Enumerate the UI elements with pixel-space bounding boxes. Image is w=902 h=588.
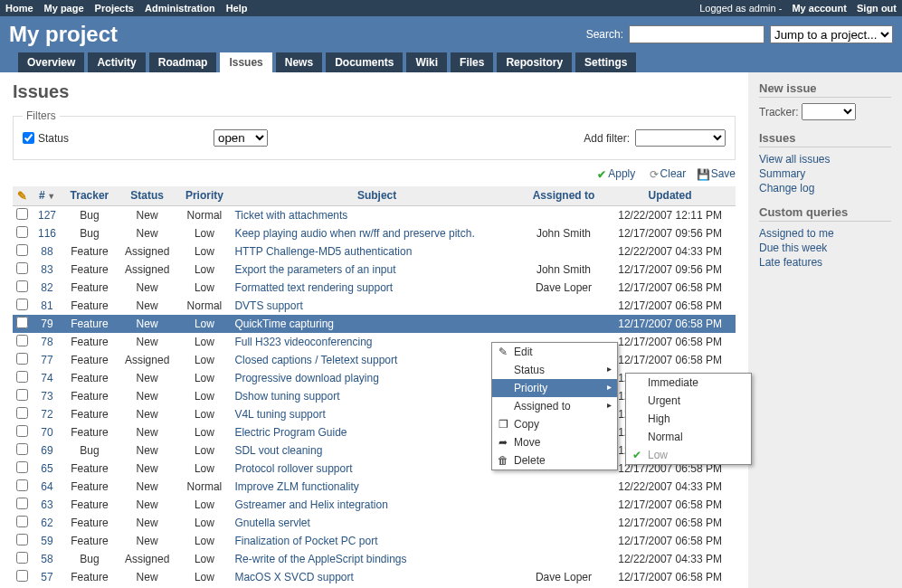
apply-link[interactable]: ✔Apply: [593, 167, 635, 180]
row-checkbox[interactable]: [16, 534, 28, 545]
issue-subject[interactable]: Formatted text rendering support: [234, 281, 393, 294]
issue-id[interactable]: 73: [41, 390, 52, 403]
issue-subject[interactable]: Gstreamer and Helix integration: [234, 498, 387, 511]
issue-id[interactable]: 64: [41, 480, 52, 493]
issue-id[interactable]: 88: [41, 245, 52, 258]
tab-settings[interactable]: Settings: [575, 52, 636, 72]
row-checkbox[interactable]: [16, 262, 28, 274]
issue-id[interactable]: 79: [41, 318, 52, 330]
col-updated[interactable]: Updated: [649, 189, 692, 202]
table-row[interactable]: 88FeatureAssignedLowHTTP Challenge-MD5 a…: [13, 242, 736, 261]
issue-id[interactable]: 62: [41, 517, 52, 529]
row-checkbox[interactable]: [16, 407, 28, 419]
table-row[interactable]: 58BugAssignedLowRe-write of the AppleScr…: [13, 550, 736, 568]
issue-subject[interactable]: Dshow tuning support: [234, 390, 339, 403]
table-row[interactable]: 83FeatureAssignedLowExport the parameter…: [13, 261, 736, 279]
issue-id[interactable]: 82: [41, 281, 52, 294]
table-row[interactable]: 79FeatureNewLowQuickTime capturing12/17/…: [13, 315, 736, 333]
tab-roadmap[interactable]: Roadmap: [149, 52, 217, 72]
tracker-select[interactable]: [802, 103, 856, 120]
sidebar-link[interactable]: Due this week: [759, 242, 891, 254]
row-checkbox[interactable]: [16, 479, 28, 491]
issue-id[interactable]: 74: [41, 372, 52, 384]
issue-subject[interactable]: Protocol rollover support: [234, 462, 352, 475]
table-row[interactable]: 59FeatureNewLowFinalization of Pocket PC…: [13, 532, 736, 550]
tab-documents[interactable]: Documents: [326, 52, 403, 72]
row-checkbox[interactable]: [16, 570, 28, 582]
sidebar-link[interactable]: Assigned to me: [759, 227, 891, 240]
sign-out-link[interactable]: Sign out: [857, 3, 897, 14]
menu-edit[interactable]: ✎Edit: [492, 343, 617, 361]
menu-move[interactable]: ➦Move: [492, 433, 617, 451]
issue-id[interactable]: 59: [41, 535, 52, 547]
top-help[interactable]: Help: [226, 3, 248, 14]
issue-subject[interactable]: Full H323 videoconferencing: [234, 336, 372, 348]
table-row[interactable]: 82FeatureNewLowFormatted text rendering …: [13, 279, 736, 297]
tab-files[interactable]: Files: [451, 52, 493, 72]
menu-status[interactable]: Status: [492, 361, 617, 379]
row-checkbox[interactable]: [16, 353, 28, 365]
tab-overview[interactable]: Overview: [18, 52, 84, 72]
issue-subject[interactable]: Progressive download playing: [234, 372, 378, 384]
status-checkbox[interactable]: [23, 132, 34, 144]
status-filter[interactable]: Status: [23, 132, 69, 145]
issue-id[interactable]: 58: [41, 553, 52, 565]
issue-id[interactable]: 70: [41, 426, 52, 439]
submenu-normal[interactable]: Normal: [626, 428, 751, 446]
top-administration[interactable]: Administration: [145, 3, 215, 14]
table-row[interactable]: 116BugNewLowKeep playing audio when rw/f…: [13, 224, 736, 242]
row-checkbox[interactable]: [16, 226, 28, 238]
sidebar-link[interactable]: Change log: [759, 182, 891, 194]
row-checkbox[interactable]: [16, 299, 28, 310]
col-id[interactable]: #: [39, 189, 55, 202]
status-select[interactable]: open: [214, 129, 268, 147]
row-checkbox[interactable]: [16, 335, 28, 346]
menu-copy[interactable]: ❐Copy: [492, 415, 617, 433]
search-input[interactable]: [629, 25, 764, 43]
issue-id[interactable]: 81: [41, 299, 52, 312]
issue-id[interactable]: 83: [41, 263, 52, 276]
menu-priority[interactable]: Priority: [492, 379, 617, 397]
row-checkbox[interactable]: [16, 461, 28, 473]
tab-repository[interactable]: Repository: [497, 52, 572, 72]
issue-subject[interactable]: Improve ZLM functionality: [234, 480, 358, 493]
col-status[interactable]: Status: [130, 189, 164, 202]
issue-subject[interactable]: QuickTime capturing: [234, 318, 334, 330]
row-checkbox[interactable]: [16, 516, 28, 527]
row-checkbox[interactable]: [16, 389, 28, 401]
tab-activity[interactable]: Activity: [88, 52, 145, 72]
issue-id[interactable]: 116: [38, 227, 56, 240]
issue-subject[interactable]: V4L tuning support: [234, 408, 325, 421]
save-link[interactable]: 💾Save: [697, 167, 736, 180]
table-row[interactable]: 77FeatureAssignedLowClosed captions / Te…: [13, 351, 736, 369]
issue-subject[interactable]: Gnutella servlet: [234, 517, 309, 529]
row-checkbox[interactable]: [16, 371, 28, 383]
table-row[interactable]: 64FeatureNewNormalImprove ZLM functional…: [13, 478, 736, 496]
submenu-urgent[interactable]: Urgent: [626, 392, 751, 410]
row-checkbox[interactable]: [16, 552, 28, 564]
menu-delete[interactable]: 🗑Delete: [492, 451, 617, 469]
sidebar-link[interactable]: Late features: [759, 256, 891, 269]
pencil-icon[interactable]: ✎: [17, 189, 27, 203]
issue-subject[interactable]: Keep playing audio when rw/ff and preser…: [234, 227, 474, 240]
issue-id[interactable]: 63: [41, 498, 52, 511]
submenu-high[interactable]: High: [626, 410, 751, 428]
col-tracker[interactable]: Tracker: [71, 189, 109, 202]
table-row[interactable]: 57FeatureNewLowMacOS X SVCD supportDave …: [13, 568, 736, 586]
top-home[interactable]: Home: [5, 3, 33, 14]
issue-id[interactable]: 69: [41, 444, 52, 457]
sidebar-link[interactable]: Summary: [759, 167, 891, 180]
issue-subject[interactable]: Closed captions / Teletext support: [234, 354, 397, 366]
row-checkbox[interactable]: [16, 208, 28, 220]
jump-to-project-select[interactable]: Jump to a project...: [770, 25, 893, 43]
my-account-link[interactable]: My account: [792, 3, 847, 14]
submenu-immediate[interactable]: Immediate: [626, 374, 751, 392]
issue-id[interactable]: 127: [38, 209, 56, 222]
col-assigned[interactable]: Assigned to: [533, 189, 595, 202]
issue-subject[interactable]: Export the parameters of an input: [234, 263, 395, 276]
clear-link[interactable]: ⟳Clear: [646, 167, 687, 180]
tab-wiki[interactable]: Wiki: [406, 52, 447, 72]
table-row[interactable]: 127BugNewNormalTicket with attachments12…: [13, 205, 736, 224]
issue-subject[interactable]: HTTP Challenge-MD5 authentication: [234, 245, 412, 258]
sidebar-link[interactable]: View all issues: [759, 153, 891, 166]
